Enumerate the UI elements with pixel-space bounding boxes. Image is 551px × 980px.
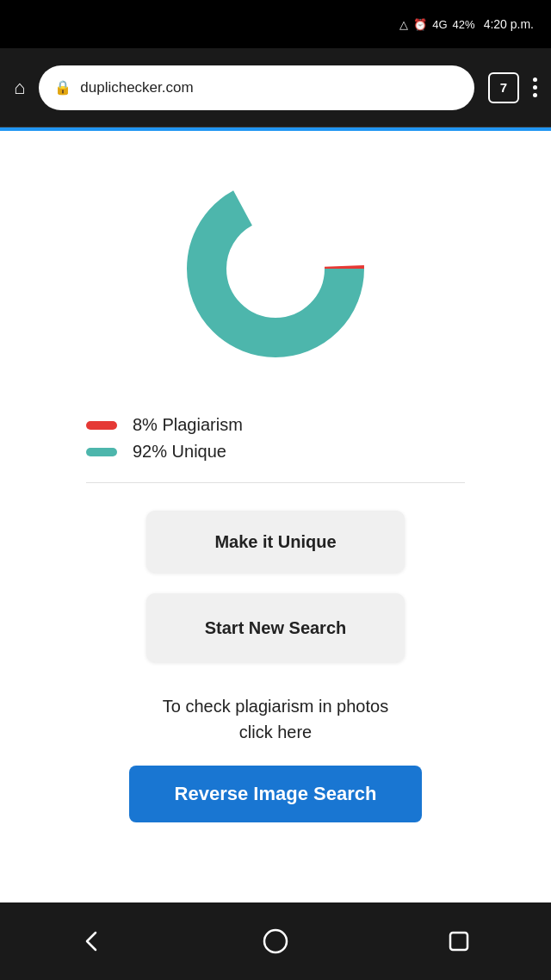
unique-label: 92% Unique <box>133 442 226 462</box>
bottom-nav-bar <box>0 902 551 980</box>
unique-color-swatch <box>86 448 117 456</box>
network-icon: 4G <box>432 18 447 31</box>
donut-chart <box>172 165 379 372</box>
make-unique-button[interactable]: Make it Unique <box>146 511 405 573</box>
home-nav-button[interactable] <box>250 915 301 967</box>
reverse-image-search-button[interactable]: Reverse Image Search <box>129 766 422 822</box>
back-button[interactable] <box>66 915 118 967</box>
time-display: 4:20 p.m. <box>484 17 534 31</box>
donut-chart-container <box>172 165 379 372</box>
back-icon <box>78 927 106 955</box>
lock-icon: 🔒 <box>54 79 71 96</box>
browser-chrome: ⌂ 🔒 duplichecker.com 7 <box>0 48 551 127</box>
battery-text: 42% <box>453 18 475 31</box>
signal-icon: △ <box>399 18 408 31</box>
tab-count[interactable]: 7 <box>488 72 519 103</box>
plagiarism-label: 8% Plagiarism <box>133 415 243 435</box>
recent-apps-button[interactable] <box>433 915 485 967</box>
status-icons: △ ⏰ 4G 42% 4:20 p.m. <box>399 17 534 31</box>
svg-rect-1 <box>450 933 467 950</box>
legend-plagiarism: 8% Plagiarism <box>86 415 243 435</box>
status-bar: △ ⏰ 4G 42% 4:20 p.m. <box>0 0 551 48</box>
photo-check-text: To check plagiarism in photosclick here <box>163 693 388 745</box>
legend-unique: 92% Unique <box>86 442 226 462</box>
url-text: duplichecker.com <box>80 79 193 96</box>
recent-apps-icon <box>445 927 473 955</box>
svg-point-0 <box>264 930 287 952</box>
address-bar[interactable]: 🔒 duplichecker.com <box>39 65 474 110</box>
legend: 8% Plagiarism 92% Unique <box>86 415 465 462</box>
main-content: 8% Plagiarism 92% Unique Make it Unique … <box>0 131 551 906</box>
home-button[interactable]: ⌂ <box>14 77 25 99</box>
menu-button[interactable] <box>533 78 537 97</box>
plagiarism-color-swatch <box>86 421 117 430</box>
divider <box>86 482 465 483</box>
start-new-search-button[interactable]: Start New Search <box>146 593 405 662</box>
clock-icon: ⏰ <box>413 18 427 31</box>
donut-hole <box>228 221 323 316</box>
home-nav-icon <box>262 927 289 955</box>
